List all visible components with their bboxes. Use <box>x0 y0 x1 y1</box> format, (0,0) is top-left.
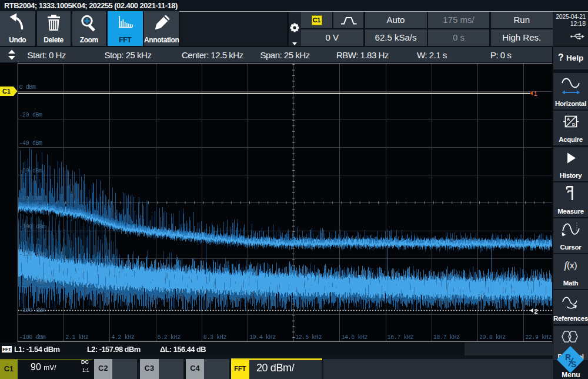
svg-text:12.5 kHz: 12.5 kHz <box>295 334 322 341</box>
svg-text:D: D <box>572 122 575 127</box>
svg-text:-140 dBm: -140 dBm <box>19 279 46 285</box>
svg-text:14.6 kHz: 14.6 kHz <box>341 334 368 341</box>
svg-text:6.2 kHz: 6.2 kHz <box>158 334 181 341</box>
svg-text:2.1 kHz: 2.1 kHz <box>65 334 89 341</box>
svg-text:-40 dBm: -40 dBm <box>19 140 43 147</box>
svg-text:Menu: Menu <box>562 371 580 379</box>
svg-text:16.7 kHz: 16.7 kHz <box>387 334 414 341</box>
svg-text:-80 dBm: -80 dBm <box>19 195 43 202</box>
svg-text:-180 dBm: -180 dBm <box>19 334 46 341</box>
svg-text:0 dBm: 0 dBm <box>19 84 36 91</box>
svg-text:22.9 kHz: 22.9 kHz <box>525 334 552 341</box>
svg-text:-160 dBm: -160 dBm <box>19 307 46 314</box>
svg-text:C1: C1 <box>2 88 11 95</box>
svg-text:-100 dBm: -100 dBm <box>19 224 46 230</box>
svg-text:8.3 kHz: 8.3 kHz <box>203 334 227 341</box>
svg-text:20.8 kHz: 20.8 kHz <box>479 334 506 341</box>
svg-text:10.4 kHz: 10.4 kHz <box>249 334 276 341</box>
svg-text:-120 dBm: -120 dBm <box>19 251 46 258</box>
svg-text:A: A <box>567 117 570 121</box>
svg-text:1: 1 <box>534 90 537 97</box>
svg-text:-60 dBm: -60 dBm <box>19 168 43 174</box>
svg-text:18.7 kHz: 18.7 kHz <box>433 334 460 341</box>
svg-text:4.2 kHz: 4.2 kHz <box>111 334 135 341</box>
svg-text:2: 2 <box>534 308 538 315</box>
svg-text:R: R <box>565 353 571 362</box>
svg-text:-20 dBm: -20 dBm <box>19 112 43 118</box>
